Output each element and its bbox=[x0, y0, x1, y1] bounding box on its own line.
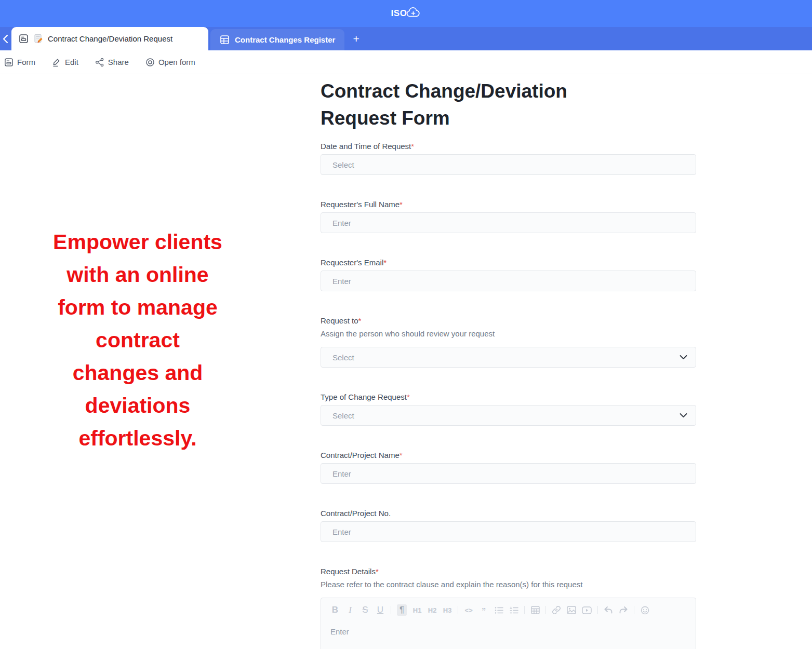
field-label: Contract/Project Name* bbox=[321, 450, 696, 461]
form-view-label: Form bbox=[17, 58, 35, 66]
chevron-down-icon bbox=[680, 413, 687, 418]
tab-contract-changes-register[interactable]: Contract Changes Register bbox=[210, 29, 344, 50]
strikethrough-icon[interactable]: S bbox=[361, 604, 370, 616]
field-label: Request Details* bbox=[321, 566, 696, 577]
table-grid-icon bbox=[220, 35, 230, 45]
toolbar-divider bbox=[391, 606, 391, 614]
field-requesters-full-name: Requester's Full Name* bbox=[321, 199, 696, 233]
heading1-icon[interactable]: H1 bbox=[412, 604, 422, 616]
video-icon[interactable] bbox=[582, 604, 592, 616]
field-label-text: Request to bbox=[321, 316, 358, 325]
italic-icon[interactable]: I bbox=[345, 604, 355, 616]
ordered-list-icon[interactable] bbox=[509, 604, 518, 616]
required-asterisk: * bbox=[411, 142, 414, 151]
project-name-input[interactable] bbox=[321, 463, 696, 484]
heading3-icon[interactable]: H3 bbox=[443, 604, 452, 616]
date-time-input[interactable] bbox=[321, 154, 696, 175]
double-circle-icon bbox=[145, 58, 155, 67]
field-label-text: Type of Change Request bbox=[321, 393, 407, 401]
form-canvas: Empower clients with an online form to m… bbox=[0, 74, 812, 649]
field-label-text: Request Details bbox=[321, 567, 376, 576]
form-body: Contract Change/Deviation Request Form D… bbox=[321, 74, 696, 649]
field-request-details: Request Details* Please refer to the con… bbox=[321, 566, 696, 649]
chevron-down-icon bbox=[680, 355, 687, 360]
field-label: Requester's Email* bbox=[321, 258, 696, 268]
edit-label: Edit bbox=[65, 58, 78, 66]
cloud-plus-icon bbox=[405, 7, 421, 18]
required-asterisk: * bbox=[400, 451, 403, 459]
field-description: Assign the person who should review your… bbox=[321, 329, 696, 339]
toolbar-divider bbox=[634, 606, 634, 614]
tab-label: Contract Changes Register bbox=[235, 35, 335, 44]
field-request-to: Request to* Assign the person who should… bbox=[321, 316, 696, 368]
field-requesters-email: Requester's Email* bbox=[321, 258, 696, 291]
required-asterisk: * bbox=[376, 567, 379, 576]
rich-text-editor[interactable]: B I S U ¶ H1 H2 H3 <> ” bbox=[321, 598, 696, 649]
redo-icon[interactable] bbox=[619, 604, 628, 616]
editor-placeholder[interactable]: Enter bbox=[330, 627, 686, 636]
underline-icon[interactable]: U bbox=[376, 604, 385, 616]
bold-icon[interactable]: B bbox=[330, 604, 340, 616]
share-label: Share bbox=[108, 58, 129, 66]
link-icon[interactable] bbox=[552, 604, 561, 616]
field-label: Contract/Project No. bbox=[321, 508, 696, 519]
paragraph-icon[interactable]: ¶ bbox=[397, 604, 407, 616]
bullet-list-icon[interactable] bbox=[494, 604, 503, 616]
field-description: Please refer to the contract clause and … bbox=[321, 579, 696, 590]
emoji-icon[interactable] bbox=[640, 604, 649, 616]
code-icon[interactable]: <> bbox=[464, 604, 473, 616]
field-label-text: Requester's Full Name bbox=[321, 200, 400, 209]
toolbar-divider bbox=[545, 606, 546, 614]
tab-contract-change-deviation-request[interactable]: Contract Change/Deviation Request bbox=[11, 27, 208, 50]
doc-pencil-icon bbox=[33, 34, 43, 44]
toolbar-divider bbox=[597, 606, 598, 614]
app-logo: ISO bbox=[391, 8, 421, 19]
back-chevron-button[interactable] bbox=[0, 27, 11, 50]
logo-text: ISO bbox=[391, 8, 407, 19]
field-contract-project-no: Contract/Project No. bbox=[321, 508, 696, 542]
required-asterisk: * bbox=[383, 258, 387, 267]
sheet-tab-bar: Contract Change/Deviation Request Contra… bbox=[0, 27, 812, 50]
red-annotation-text: Empower clients with an online form to m… bbox=[29, 226, 247, 455]
request-to-select[interactable]: Select bbox=[321, 347, 696, 368]
field-contract-project-name: Contract/Project Name* bbox=[321, 450, 696, 484]
annotation-line: with an online bbox=[29, 259, 247, 291]
pencil-icon bbox=[52, 58, 61, 67]
required-asterisk: * bbox=[400, 200, 403, 209]
open-form-button[interactable]: Open form bbox=[145, 58, 195, 67]
edit-button[interactable]: Edit bbox=[52, 58, 78, 67]
field-label: Date and Time of Request* bbox=[321, 141, 696, 152]
chevron-left-icon bbox=[3, 34, 9, 44]
undo-icon[interactable] bbox=[604, 604, 613, 616]
annotation-line: contract bbox=[29, 324, 247, 357]
toolbar-divider bbox=[458, 606, 458, 614]
field-label: Requester's Full Name* bbox=[321, 199, 696, 210]
view-toolbar: Form Edit Share Open fo bbox=[0, 50, 812, 74]
field-label: Type of Change Request* bbox=[321, 392, 696, 402]
form-title: Contract Change/Deviation Request Form bbox=[321, 78, 627, 132]
annotation-line: changes and bbox=[29, 357, 247, 389]
heading2-icon[interactable]: H2 bbox=[428, 604, 437, 616]
form-icon bbox=[19, 34, 29, 44]
form-view-button[interactable]: Form bbox=[4, 58, 35, 67]
share-button[interactable]: Share bbox=[95, 58, 129, 67]
project-no-input[interactable] bbox=[321, 521, 696, 542]
top-app-bar: ISO bbox=[0, 0, 812, 27]
full-name-input[interactable] bbox=[321, 212, 696, 233]
add-tab-button[interactable]: + bbox=[344, 27, 367, 50]
open-form-label: Open form bbox=[158, 58, 195, 66]
share-nodes-icon bbox=[95, 58, 104, 67]
annotation-line: form to manage bbox=[29, 291, 247, 324]
email-input[interactable] bbox=[321, 271, 696, 291]
table-icon[interactable] bbox=[530, 604, 540, 616]
annotation-line: deviations bbox=[29, 389, 247, 422]
blockquote-icon[interactable]: ” bbox=[479, 604, 488, 616]
select-placeholder: Select bbox=[332, 411, 354, 420]
tab-label: Contract Change/Deviation Request bbox=[48, 34, 172, 43]
change-type-select[interactable]: Select bbox=[321, 405, 696, 426]
field-type-of-change-request: Type of Change Request* Select bbox=[321, 392, 696, 426]
select-placeholder: Select bbox=[332, 353, 354, 362]
field-label-text: Requester's Email bbox=[321, 258, 383, 267]
image-icon[interactable] bbox=[567, 604, 576, 616]
field-label-text: Contract/Project No. bbox=[321, 509, 391, 518]
